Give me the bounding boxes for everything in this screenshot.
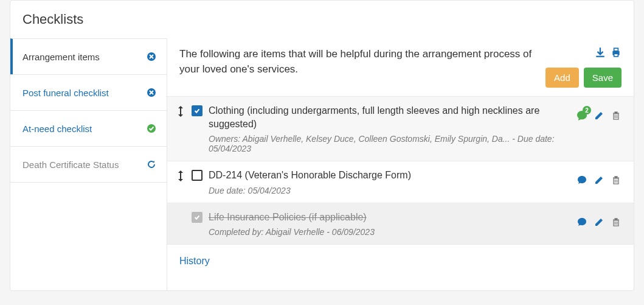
add-button[interactable]: Add <box>545 68 579 88</box>
refresh-icon[interactable] <box>146 159 157 170</box>
item-content: Life Insurance Policies (if applicable) … <box>209 211 570 237</box>
item-meta: Completed by: Abigail Verhelle - 06/09/2… <box>209 227 570 237</box>
history-link[interactable]: History <box>167 244 634 278</box>
check-circle-icon <box>146 123 157 134</box>
item-content: Clothing (including undergarments, full … <box>209 104 570 153</box>
svg-rect-11 <box>614 220 618 226</box>
item-meta: Owners: Abigail Verhelle, Kelsey Duce, C… <box>209 134 570 153</box>
sidebar-item-post-funeral[interactable]: Post funeral checklist <box>10 74 167 110</box>
item-checkbox[interactable] <box>192 105 203 116</box>
item-checkbox[interactable] <box>192 212 203 223</box>
remove-circle-icon[interactable] <box>146 51 157 62</box>
save-button[interactable]: Save <box>584 68 621 88</box>
item-content: DD-214 (Veteran's Honorable Discharge Fo… <box>209 169 570 195</box>
drag-handle-icon[interactable] <box>176 105 185 117</box>
trash-icon[interactable] <box>611 175 621 186</box>
item-title: Clothing (including undergarments, full … <box>209 104 570 130</box>
item-title: DD-214 (Veteran's Honorable Discharge Fo… <box>209 169 570 182</box>
item-checkbox[interactable] <box>192 170 203 181</box>
drag-handle-icon[interactable] <box>176 170 185 182</box>
sidebar: Arrangement items Post funeral checklist… <box>10 38 167 290</box>
comment-icon[interactable] <box>576 217 587 228</box>
sidebar-item-label: Post funeral checklist <box>23 88 109 98</box>
sidebar-item-at-need[interactable]: At-need checklist <box>10 110 167 146</box>
item-actions: 2 <box>576 110 621 121</box>
checklist-item: Clothing (including undergarments, full … <box>167 96 634 161</box>
page-title: Checklists <box>23 12 621 27</box>
svg-rect-10 <box>614 178 618 184</box>
print-icon[interactable] <box>611 47 621 58</box>
edit-icon[interactable] <box>594 175 604 186</box>
svg-rect-9 <box>180 173 181 179</box>
edit-icon[interactable] <box>594 217 604 228</box>
item-actions <box>576 217 621 228</box>
sidebar-item-arrangement-items[interactable]: Arrangement items <box>10 38 167 74</box>
comment-count-badge: 2 <box>583 106 591 114</box>
comment-icon[interactable] <box>576 175 587 186</box>
checklist-items: Clothing (including undergarments, full … <box>167 96 634 244</box>
description-text: The following are items that will be hel… <box>179 47 536 77</box>
checklists-card: Checklists Arrangement items Post funera… <box>10 0 634 291</box>
item-actions <box>576 175 621 186</box>
checklist-item: Life Insurance Policies (if applicable) … <box>167 203 634 245</box>
sidebar-item-label: Death Certificate Status <box>23 160 119 170</box>
svg-rect-8 <box>614 114 618 119</box>
card-header: Checklists <box>10 1 634 38</box>
download-icon[interactable] <box>595 47 606 58</box>
trash-icon[interactable] <box>611 217 621 228</box>
description-row: The following are items that will be hel… <box>167 38 634 96</box>
description-actions: Add Save <box>545 47 621 88</box>
remove-circle-icon[interactable] <box>146 87 157 98</box>
edit-icon[interactable] <box>594 110 604 121</box>
trash-icon[interactable] <box>611 110 621 121</box>
item-title: Life Insurance Policies (if applicable) <box>209 211 570 224</box>
item-meta: Due date: 05/04/2023 <box>209 186 570 195</box>
sidebar-item-death-cert[interactable]: Death Certificate Status <box>10 146 167 183</box>
sidebar-item-label: At-need checklist <box>23 124 92 134</box>
content-row: Arrangement items Post funeral checklist… <box>10 38 634 290</box>
comment-icon[interactable]: 2 <box>576 110 587 121</box>
svg-rect-3 <box>596 56 604 57</box>
svg-rect-6 <box>614 54 618 57</box>
svg-rect-5 <box>614 48 618 51</box>
checklist-item: DD-214 (Veteran's Honorable Discharge Fo… <box>167 161 634 203</box>
svg-rect-7 <box>180 108 181 114</box>
main: The following are items that will be hel… <box>167 38 634 290</box>
sidebar-item-label: Arrangement items <box>23 52 100 62</box>
